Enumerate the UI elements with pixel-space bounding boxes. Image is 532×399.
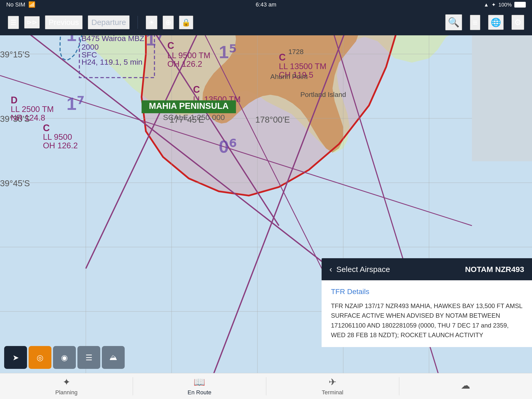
target-icon: ◎ (37, 353, 43, 362)
navigate-tool-button[interactable]: ➤ (4, 346, 27, 369)
svg-text:1³: 1³ (66, 35, 83, 45)
globe-button[interactable]: 🌐 (488, 15, 504, 30)
layers-icon: ≡ (473, 17, 478, 27)
panel-header: ‹ Select Airspace NOTAM NZR493 (322, 258, 532, 280)
svg-text:0⁶: 0⁶ (219, 136, 236, 157)
svg-text:1728: 1728 (288, 48, 304, 56)
planning-icon: ✦ (63, 377, 70, 388)
notam-title: NOTAM NZR493 (465, 265, 524, 274)
checklist-icon: ☰ (85, 353, 92, 362)
navigate-icon: ➤ (12, 353, 19, 362)
tab-downloads[interactable]: ☁ (399, 377, 532, 395)
rescue-icon: ⊕ (165, 18, 171, 26)
svg-text:39°15'S: 39°15'S (0, 50, 30, 59)
checklist-tool-button[interactable]: ☰ (77, 346, 100, 369)
terminal-icon: ✈ (329, 377, 336, 388)
nav-right: 🔍 ≡ 🌐 ⚙ (445, 14, 524, 30)
terrain-icon: ⛰ (109, 353, 117, 362)
left-tools: ➤ ◎ ◉ ☰ ⛰ (4, 346, 125, 369)
svg-text:LL 13500   TM: LL 13500 TM (279, 62, 327, 71)
svg-text:Ahuriri Point: Ahuriri Point (270, 73, 308, 81)
svg-text:178°00'E: 178°00'E (255, 115, 290, 124)
tab-terminal[interactable]: ✈ Terminal (266, 374, 399, 398)
menu-button[interactable]: ☰ (8, 16, 19, 29)
svg-text:MAHIA PENINSULA: MAHIA PENINSULA (149, 101, 229, 111)
tab-enroute[interactable]: 📖 En Route (133, 374, 266, 398)
back-arrow-icon[interactable]: ‹ (329, 264, 332, 274)
lock-icon: 🔒 (182, 18, 191, 26)
status-bar: No SIM 📶 6:43 am ▲ ✦ 100% (0, 0, 532, 9)
svg-text:1⁷: 1⁷ (146, 35, 163, 49)
route-icon: ⊳⊳ (27, 19, 37, 26)
location-icon: ▲ (484, 2, 489, 8)
lock-button[interactable]: 🔒 (179, 16, 193, 29)
svg-text:H24, 119.1, 5 min: H24, 119.1, 5 min (82, 58, 143, 66)
planning-label: Planning (55, 389, 78, 396)
screen: No SIM 📶 6:43 am ▲ ✦ 100% ☰ ⊳⊳ Previous … (0, 0, 532, 399)
downloads-icon: ☁ (461, 380, 470, 391)
svg-text:C: C (43, 123, 50, 133)
menu-icon: ☰ (10, 18, 16, 26)
rescue-button[interactable]: ⊕ (163, 16, 174, 29)
svg-text:1⁵: 1⁵ (219, 42, 236, 62)
svg-text:1⁷: 1⁷ (66, 94, 84, 114)
battery-label: 100% (498, 2, 512, 8)
settings-icon: ⚙ (514, 18, 522, 27)
settings-button[interactable]: ⚙ (511, 15, 524, 30)
search-icon: 🔍 (448, 17, 460, 28)
svg-text:C: C (193, 84, 200, 95)
brightness-button[interactable]: ☀ (146, 16, 157, 29)
layers-button[interactable]: ≡ (470, 15, 480, 30)
svg-text:C: C (279, 52, 286, 63)
svg-text:39°45'S: 39°45'S (0, 178, 30, 188)
svg-text:D: D (11, 95, 17, 105)
nav-left: ☰ ⊳⊳ Previous Departure ☀ ⊕ 🔒 (8, 15, 445, 29)
tab-bar: ✦ Planning 📖 En Route ✈ Terminal ☁ (0, 373, 532, 399)
panel-body: TFR Details TFR NZAIP 137/17 NZR493 MAHI… (322, 280, 532, 347)
svg-text:C: C (167, 40, 174, 51)
svg-text:SCALE 1:250 000: SCALE 1:250 000 (163, 113, 225, 122)
orange-tool-button[interactable]: ◎ (29, 346, 51, 369)
battery-icon (514, 2, 526, 8)
enroute-label: En Route (188, 389, 211, 396)
svg-text:B475 Wairoa MBZ: B475 Wairoa MBZ (82, 35, 144, 43)
select-airspace-label[interactable]: Select Airspace (336, 265, 390, 274)
svg-text:2000: 2000 (82, 43, 99, 51)
route-button[interactable]: ⊳⊳ (24, 16, 40, 29)
svg-text:Portland Island: Portland Island (300, 91, 346, 98)
svg-text:NR 124.8: NR 124.8 (11, 113, 45, 122)
compass-tool-button[interactable]: ◉ (53, 346, 76, 369)
map-area[interactable]: 1³ 1⁷ 1⁷ 1⁵ 0⁶ 1⁵ 39°00'S 39°15'S 39°30'… (0, 35, 532, 373)
carrier-label: No SIM (6, 1, 25, 8)
svg-text:LL 9500   TM: LL 9500 TM (167, 51, 210, 60)
terrain-tool-button[interactable]: ⛰ (102, 346, 125, 369)
search-button[interactable]: 🔍 (445, 14, 462, 30)
tfr-details-link[interactable]: TFR Details (331, 288, 523, 296)
previous-button[interactable]: Previous (45, 15, 83, 29)
globe-icon: 🌐 (491, 18, 501, 27)
status-left: No SIM 📶 (6, 1, 35, 8)
bottom-panel: ‹ Select Airspace NOTAM NZR493 TFR Detai… (322, 258, 532, 347)
svg-text:LL 9500: LL 9500 (43, 132, 72, 142)
tab-planning[interactable]: ✦ Planning (0, 374, 133, 398)
bluetooth-icon: ✦ (491, 2, 496, 8)
terminal-label: Terminal (322, 389, 343, 396)
brightness-icon: ☀ (148, 18, 155, 26)
wifi-icon: 📶 (28, 1, 35, 8)
tfr-description: TFR NZAIP 137/17 NZR493 MAHIA, HAWKES BA… (331, 301, 523, 340)
svg-rect-85 (472, 35, 532, 161)
status-right: ▲ ✦ 100% (484, 2, 526, 8)
nav-separator (137, 16, 138, 29)
enroute-icon: 📖 (194, 377, 205, 388)
svg-text:OH 126.2: OH 126.2 (167, 59, 202, 69)
svg-text:LL 2500   TM: LL 2500 TM (11, 105, 54, 114)
panel-header-left: ‹ Select Airspace (329, 264, 390, 274)
compass-icon: ◉ (61, 353, 68, 362)
departure-button[interactable]: Departure (88, 15, 130, 29)
nav-bar: ☰ ⊳⊳ Previous Departure ☀ ⊕ 🔒 🔍 ≡ (0, 9, 532, 35)
time-display: 6:43 am (256, 1, 276, 8)
svg-text:OH 126.2: OH 126.2 (43, 141, 78, 150)
